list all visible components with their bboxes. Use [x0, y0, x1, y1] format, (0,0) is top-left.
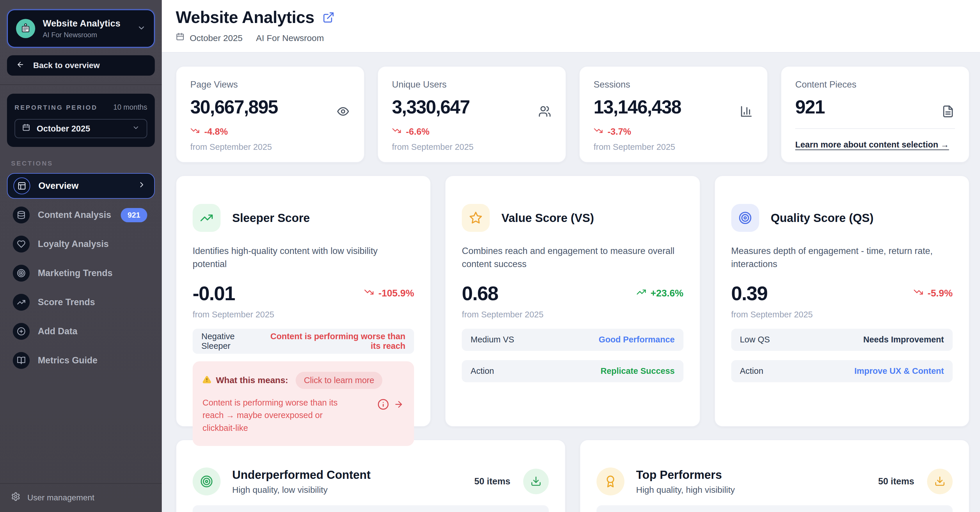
sidebar-item-label: Marketing Trends	[38, 268, 113, 278]
score-value: 0.39	[731, 282, 767, 305]
list-subtitle: High quality, high visibility	[636, 485, 735, 495]
stat-value: 3,330,647	[392, 96, 552, 118]
main-area: Website Analytics October 2025 AI For Ne…	[162, 0, 980, 512]
list-card-underperformed: Underperformed Content High quality, low…	[176, 440, 566, 512]
layout-panels-icon	[13, 178, 30, 194]
calendar-icon	[22, 124, 30, 134]
arrow-left-icon	[16, 60, 24, 71]
info-icon	[377, 399, 389, 411]
workspace-logo-icon	[16, 19, 35, 38]
reporting-period-label: REPORTING PERIOD	[14, 104, 97, 111]
action-value[interactable]: Improve UX & Content	[854, 366, 944, 376]
sidebar-item-label: Metrics Guide	[38, 355, 97, 366]
chevron-down-icon	[137, 24, 146, 33]
target-icon	[13, 265, 30, 281]
status-row: Negative Sleeper Content is performing w…	[192, 329, 414, 354]
list-title: Top Performers	[636, 468, 735, 482]
trending-down-icon	[392, 126, 401, 138]
warning-icon	[202, 375, 211, 385]
plus-circle-icon	[13, 323, 30, 340]
item-count: 50 items	[474, 476, 511, 487]
target-icon	[731, 204, 759, 232]
gear-icon	[11, 492, 21, 503]
list-card-top-performers: Top Performers High quality, high visibi…	[580, 440, 969, 512]
trending-down-icon	[364, 287, 374, 299]
sidebar-item-score-trends[interactable]: Score Trends	[7, 289, 155, 315]
chevron-right-icon	[137, 180, 146, 191]
user-management-button[interactable]: User management	[7, 484, 155, 512]
table-header-row	[597, 505, 953, 512]
target-icon	[192, 467, 221, 495]
sections-label: SECTIONS	[11, 160, 155, 167]
workspace-switcher[interactable]: Website Analytics AI For Newsroom	[7, 9, 155, 48]
arrow-right-icon	[394, 399, 404, 410]
lists-row: Underperformed Content High quality, low…	[176, 440, 969, 512]
score-card-sleeper: Sleeper Score Identifies high-quality co…	[176, 175, 431, 427]
sidebar-divider	[0, 84, 162, 85]
status-value: Good Performance	[599, 335, 675, 344]
score-change: -105.9%	[364, 287, 414, 299]
book-open-icon	[13, 352, 30, 369]
action-value[interactable]: Replicate Success	[601, 366, 675, 376]
card-divider	[795, 128, 955, 129]
score-value: 0.68	[462, 282, 498, 305]
learn-more-pill[interactable]: Click to learn more	[296, 372, 382, 389]
warning-title: What this means:	[216, 375, 288, 385]
reporting-duration: 10 months	[113, 103, 147, 111]
trending-up-icon	[192, 204, 221, 232]
content-selection-link[interactable]: Learn more about content selection →	[795, 140, 949, 149]
score-title: Value Score (VS)	[501, 211, 594, 224]
stat-caption: from September 2025	[392, 142, 552, 152]
score-title: Quality Score (QS)	[771, 211, 873, 224]
app-root: Website Analytics AI For Newsroom Back t…	[0, 0, 980, 512]
list-subtitle: High quality, low visibility	[232, 485, 371, 495]
sidebar-footer: User management	[7, 474, 155, 512]
item-count: 50 items	[878, 476, 914, 487]
download-icon	[934, 475, 945, 488]
back-to-overview-button[interactable]: Back to overview	[7, 55, 155, 76]
score-description: Identifies high-quality content with low…	[192, 245, 414, 271]
score-title: Sleeper Score	[232, 211, 310, 224]
stat-label: Sessions	[593, 80, 753, 90]
warning-text: Content is performing worse than its rea…	[202, 396, 356, 435]
score-change: -5.9%	[913, 287, 953, 299]
sidebar-item-overview[interactable]: Overview	[7, 173, 155, 199]
warning-info-link[interactable]	[377, 399, 404, 411]
score-caption: from September 2025	[462, 310, 683, 320]
download-button[interactable]	[523, 469, 549, 494]
user-management-label: User management	[27, 493, 94, 502]
stat-change: -6.6%	[392, 126, 552, 138]
sidebar-item-metrics-guide[interactable]: Metrics Guide	[7, 348, 155, 373]
download-button[interactable]	[927, 469, 953, 494]
status-label: Low QS	[740, 335, 770, 344]
sidebar-item-add-data[interactable]: Add Data	[7, 318, 155, 344]
action-row: Action Improve UX & Content	[731, 360, 953, 382]
period-select[interactable]: October 2025	[14, 119, 147, 138]
score-card-quality: Quality Score (QS) Measures depth of eng…	[714, 175, 969, 427]
stat-card-sessions: Sessions 13,146,438 -3.7% from September…	[579, 66, 768, 163]
stat-change: -4.8%	[190, 126, 350, 138]
list-title: Underperformed Content	[232, 468, 371, 482]
status-value: Needs Improvement	[863, 335, 944, 344]
status-row: Medium VS Good Performance	[462, 329, 683, 351]
users-icon	[538, 105, 551, 119]
stat-card-content-pieces: Content Pieces 921 Learn more about cont…	[781, 66, 969, 163]
stat-label: Unique Users	[392, 80, 552, 90]
sidebar-item-content-analysis[interactable]: Content Analysis 921	[7, 202, 155, 228]
status-label: Negative Sleeper	[201, 332, 256, 351]
sidebar-item-marketing-trends[interactable]: Marketing Trends	[7, 260, 155, 286]
score-caption: from September 2025	[731, 310, 953, 320]
sidebar-item-label: Add Data	[38, 326, 77, 337]
action-label: Action	[740, 366, 764, 376]
table-header-row	[192, 505, 549, 512]
header-workspace: AI For Newsroom	[256, 33, 324, 43]
score-description: Combines reach and engagement to measure…	[462, 245, 683, 271]
content-count-badge: 921	[121, 208, 147, 222]
external-link-icon[interactable]	[322, 11, 335, 25]
star-icon	[462, 204, 490, 232]
sidebar-item-label: Content Analysis	[38, 210, 111, 220]
sidebar-item-label: Overview	[38, 181, 79, 191]
score-change: +23.6%	[636, 287, 684, 299]
sidebar-item-loyalty-analysis[interactable]: Loyalty Analysis	[7, 231, 155, 257]
trending-up-icon	[13, 294, 30, 311]
